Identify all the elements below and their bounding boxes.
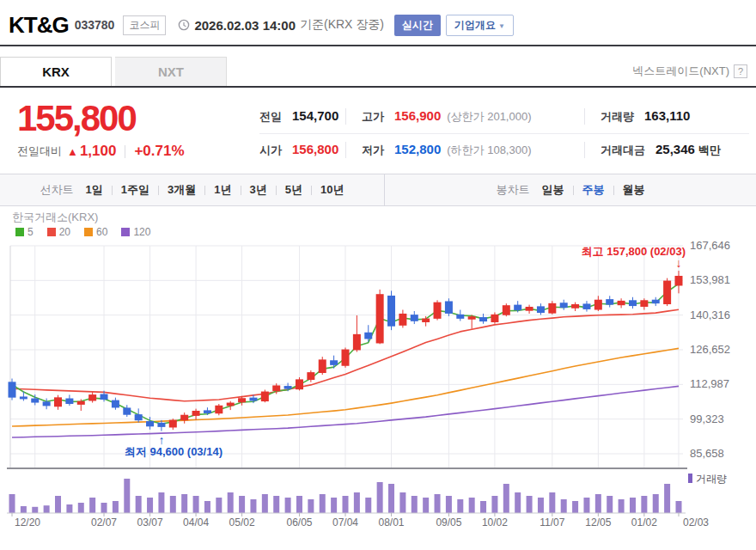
- chart-period-일봉[interactable]: 일봉: [542, 182, 564, 198]
- candle-down: [112, 400, 119, 408]
- volume-bar: [503, 484, 509, 513]
- candle-down: [249, 398, 257, 401]
- info-sub: (상한가 201,000): [447, 109, 531, 125]
- change-percent: +0.71%: [134, 143, 184, 160]
- clock-icon: [178, 19, 190, 31]
- candle-up: [675, 276, 683, 286]
- candle-up: [88, 394, 96, 400]
- help-icon[interactable]: ?: [734, 64, 747, 78]
- chart-text: 08/01: [379, 516, 405, 529]
- tab-nxt[interactable]: NXT: [115, 57, 227, 86]
- volume-bar: [296, 496, 302, 513]
- volume-bar: [273, 496, 279, 513]
- volume-bar: [136, 496, 142, 513]
- divider: [276, 186, 277, 195]
- candle-down: [284, 386, 292, 389]
- volume-bar: [491, 496, 497, 513]
- quote-info-cell: 시가156,800: [259, 142, 345, 158]
- volume-bar: [676, 501, 682, 513]
- chart-text: 140,316: [690, 309, 730, 321]
- price-section: 155,800 전일대비 ▲ 1,100 +0.71% 전일154,700고가1…: [0, 88, 756, 167]
- candle-down: [411, 315, 418, 321]
- chart-text: 11/07: [540, 516, 564, 529]
- chart-period-3개월[interactable]: 3개월: [168, 182, 196, 198]
- candle-down: [582, 303, 590, 309]
- candle-down: [31, 399, 39, 403]
- candle-down: [445, 301, 453, 313]
- volume-bar: [457, 499, 463, 513]
- info-value: 156,800: [292, 142, 338, 156]
- chart-period-월봉[interactable]: 월봉: [623, 182, 645, 198]
- volume-bar: [583, 498, 589, 513]
- nextrade-link[interactable]: 넥스트레이드(NXT): [632, 64, 729, 79]
- info-sub: (하한가 108,300): [447, 143, 531, 158]
- up-arrow-icon: ▲: [67, 145, 78, 158]
- chart-text: 거래량: [696, 473, 727, 485]
- chart-text: 04/04: [183, 516, 209, 529]
- candle-up: [618, 301, 625, 305]
- volume-bar: [44, 505, 50, 513]
- chart-text: 126,652: [690, 343, 730, 356]
- candle-up: [272, 385, 280, 390]
- chart-period-5년[interactable]: 5년: [285, 182, 302, 198]
- info-value: 25,346: [655, 142, 695, 156]
- volume-bar: [55, 496, 61, 513]
- realtime-button[interactable]: 실시간: [394, 15, 441, 36]
- volume-bar: [412, 496, 418, 513]
- chart-period-주봉[interactable]: 주봉: [582, 182, 605, 198]
- exchange-tabs: KRX NXT 넥스트레이드(NXT) ?: [0, 57, 756, 88]
- chart-period-3년[interactable]: 3년: [250, 182, 267, 198]
- chart-text: 112,987: [690, 377, 729, 390]
- candle-down: [652, 300, 660, 303]
- volume-bar: [653, 494, 659, 513]
- info-value: 152,800: [394, 142, 441, 156]
- candle-up: [54, 397, 62, 406]
- candle-down: [157, 423, 165, 427]
- info-label: 시가: [259, 143, 282, 158]
- quote-info-row: 시가156,800저가152,800(하한가 108,300)거래대금25,34…: [259, 134, 749, 168]
- volume-bar: [113, 501, 119, 513]
- chart-period-1년[interactable]: 1년: [214, 182, 231, 198]
- candle-down: [560, 302, 568, 308]
- toolbar-group-label: 선차트: [40, 182, 74, 198]
- quote-info-cell: 전일154,700: [259, 108, 345, 125]
- info-value: 163,110: [644, 108, 690, 123]
- company-overview-button[interactable]: 기업개요▼: [446, 15, 514, 36]
- stock-title: KT&G: [9, 12, 69, 39]
- candle-up: [192, 411, 200, 416]
- chart-period-1일[interactable]: 1일: [86, 182, 103, 198]
- divider: [112, 186, 113, 195]
- chart-period-1주일[interactable]: 1주일: [121, 182, 149, 198]
- volume-bar: [549, 492, 555, 513]
- candle-down: [9, 382, 16, 397]
- chart-period-10년[interactable]: 10년: [320, 182, 344, 198]
- chart-text: 167,646: [690, 239, 730, 252]
- stock-chart: 한국거래소(KRX) 52060120 167,646153,981140,31…: [0, 206, 756, 541]
- chart-text: 02/07: [91, 516, 117, 529]
- volume-bar: [435, 494, 441, 513]
- header-divider: [0, 45, 756, 46]
- low-annotation: 최저 94,600 (03/14): [125, 445, 223, 458]
- candle-down: [479, 317, 487, 321]
- volume-bar: [66, 504, 72, 513]
- tab-krx[interactable]: KRX: [0, 57, 112, 86]
- info-label: 고가: [362, 109, 384, 125]
- volume-bar: [388, 484, 394, 513]
- candle-down: [146, 421, 154, 426]
- volume-bar: [423, 498, 429, 513]
- quote-info-table: 전일154,700고가156,900(상한가 201,000)거래량163,11…: [259, 100, 749, 167]
- candle-up: [169, 420, 177, 428]
- volume-bar: [480, 501, 486, 513]
- candle-up: [342, 350, 350, 366]
- volume-bar: [9, 494, 15, 513]
- candle-down: [65, 399, 73, 404]
- candle-down: [514, 305, 521, 310]
- chart-text: 12/05: [585, 516, 611, 529]
- volume-bar: [630, 498, 636, 513]
- candle-down: [135, 414, 143, 420]
- volume-bar: [285, 498, 291, 513]
- quote-info-cell: 거래대금25,346백만: [584, 142, 749, 158]
- change-value: 1,100: [80, 143, 117, 160]
- volume-bar: [399, 492, 405, 513]
- candle-up: [399, 314, 406, 326]
